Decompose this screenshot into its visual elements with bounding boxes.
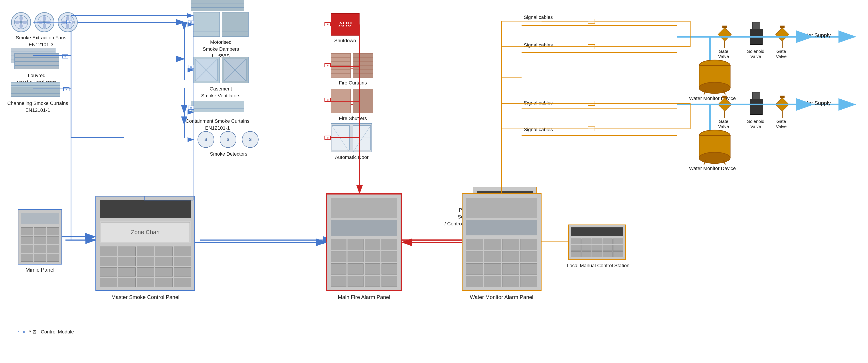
signal-cables-label-4: Signal cables [524, 127, 553, 133]
control-module-damper: ⊠ [188, 20, 194, 24]
solenoid-valve-top-label: SolenoidValve [741, 49, 770, 59]
curtain-ch-2 [11, 87, 60, 97]
gate-valve-bot-1 [717, 95, 733, 118]
svg-rect-136 [752, 92, 760, 99]
fire-shutters-label: Fire Shutters [326, 116, 379, 121]
svg-marker-138 [776, 98, 789, 111]
fire-shutter-1 [331, 89, 351, 113]
master-panel-label: Master Smoke Control Panel [95, 294, 195, 301]
svg-point-143 [699, 152, 730, 163]
control-module-fire-shutter: ⊠ [324, 98, 331, 102]
control-module-louver: ⊠ [62, 54, 68, 58]
automatic-door-label: Automatic Door [324, 155, 379, 160]
control-module-curtain: ⊠ [63, 87, 69, 91]
gate-valve-top-1 [717, 26, 733, 48]
solenoid-valve-top [748, 22, 765, 48]
containment-curtains-label: Containment Smoke CurtainsEN12101-1 [184, 118, 251, 132]
water-monitor-alarm-label: Water Monitor Alarm Panel [459, 294, 544, 301]
fans-label: Smoke Extraction Fans EN12101-3 [7, 34, 75, 48]
damper-1 [193, 12, 220, 37]
ahu-box: AHU [331, 13, 360, 35]
local-manual-label: Local Manual Control Station [559, 262, 637, 269]
fire-alarm-panel-label: Main Fire Alarm Panel [324, 294, 404, 301]
svg-rect-68 [222, 12, 249, 37]
svg-rect-175 [588, 101, 595, 106]
water-supply-top-label: Water Supply [799, 32, 831, 38]
fire-curtains-label: Fire Curtains [326, 80, 379, 86]
smoke-detector-1: S [197, 131, 214, 148]
water-supply-bot-label: Water Supply [799, 100, 831, 106]
svg-rect-177 [588, 127, 595, 131]
control-module-auto-door: ⊠ [324, 136, 331, 140]
svg-rect-63 [193, 12, 220, 37]
svg-rect-171 [588, 19, 595, 23]
signal-cables-label-2: Signal cables [524, 42, 553, 48]
mimic-panel-label: Mimic Panel [13, 267, 67, 273]
control-module-legend: * ⊠ * ⊠ - Control Module [18, 329, 74, 335]
channeling-curtains-label: Channeling Smoke CurtainsEN12101-1 [7, 100, 69, 114]
svg-marker-132 [718, 98, 731, 111]
svg-rect-84 [191, 0, 244, 11]
svg-rect-140 [780, 95, 784, 98]
fire-shutter-2 [353, 89, 373, 113]
smoke-detector-3: S [242, 131, 258, 148]
mimic-panel-box [18, 209, 62, 264]
water-monitor-device-top-label: Water Monitor Device [684, 95, 741, 101]
control-module-fans: ⊠ [66, 20, 72, 24]
automatic-door [331, 123, 372, 152]
svg-rect-93 [353, 53, 373, 78]
damper-2 [222, 12, 249, 37]
casement-2 [222, 57, 249, 83]
solenoid-valve-bot [748, 92, 765, 118]
svg-rect-122 [752, 22, 760, 29]
contain-curtain-1 [191, 101, 244, 112]
gate-valve-bot-2 [775, 95, 790, 118]
fan-1 [11, 12, 31, 32]
louver-2 [14, 53, 59, 69]
svg-point-46 [43, 21, 46, 24]
smoke-detector-2: S [220, 131, 236, 148]
svg-marker-124 [776, 28, 789, 41]
gate-valve-top-2-label: GateValve [768, 49, 795, 59]
gate-valve-top-2 [775, 26, 790, 48]
svg-rect-87 [331, 53, 351, 78]
svg-rect-60 [11, 87, 60, 97]
diagram-lines [0, 0, 868, 363]
master-panel-box: Zone Chart [95, 196, 195, 291]
motorised-dampers-label: MotorisedSmoke DampersUL555S [186, 39, 255, 59]
contain-curtain-2 [191, 0, 244, 12]
smoke-detectors-label: Smoke Detectors [191, 151, 266, 157]
water-monitor-device-bot [695, 124, 735, 165]
water-monitor-device-bot-label: Water Monitor Device [684, 166, 741, 171]
local-manual-station-box [568, 224, 626, 260]
ahu-label: Shutdown [329, 38, 362, 44]
svg-rect-120 [722, 26, 727, 28]
casement-1 [193, 57, 220, 83]
svg-rect-134 [722, 95, 727, 98]
diagram-container: Smoke Extraction Fans EN12101-3 ⊠ Louvre… [0, 0, 868, 363]
svg-point-129 [699, 82, 730, 93]
svg-rect-105 [353, 89, 373, 113]
fire-alarm-panel-box [326, 193, 402, 291]
signal-cables-label-1: Signal cables [524, 15, 553, 20]
svg-rect-99 [331, 89, 351, 113]
svg-rect-173 [588, 45, 595, 49]
water-monitor-alarm-box [462, 193, 541, 291]
control-module-fire-curtain: ⊠ [324, 63, 331, 67]
control-module-ahu: ⊠ [324, 22, 331, 26]
gate-valve-bot-2-label: GateValve [768, 119, 795, 129]
svg-rect-81 [191, 101, 244, 112]
svg-rect-126 [780, 26, 784, 28]
control-module-contain: ⊠ [188, 106, 194, 110]
water-monitor-device-top [695, 54, 735, 94]
control-module-casement: ⊠ [188, 65, 194, 69]
signal-cables-label-3: Signal cables [524, 100, 553, 106]
solenoid-valve-bot-label: SolenoidValve [741, 119, 770, 129]
zone-chart: Zone Chart [101, 222, 190, 242]
fan-2 [34, 12, 54, 32]
fire-curtain-1 [331, 53, 351, 78]
svg-marker-118 [718, 28, 731, 41]
detail-lines [0, 0, 868, 363]
fire-curtain-2 [353, 53, 373, 78]
svg-point-44 [20, 21, 23, 24]
